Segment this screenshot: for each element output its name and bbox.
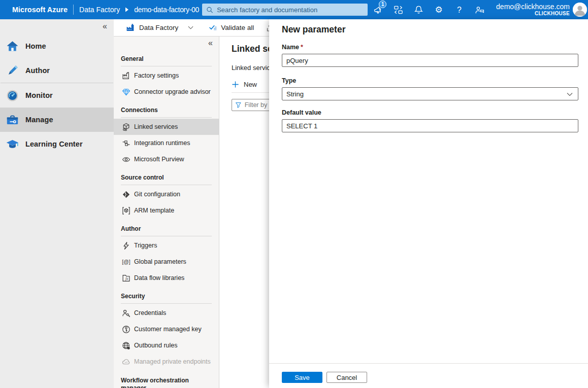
globe-icon xyxy=(122,341,130,350)
directory-switch-icon[interactable] xyxy=(388,0,408,19)
type-select[interactable]: String xyxy=(282,87,578,100)
section-security: Security xyxy=(121,290,212,302)
toolbox-icon xyxy=(6,113,19,127)
factory-switcher-label[interactable]: Data Factory xyxy=(139,24,178,31)
nav-item-manage[interactable]: Manage xyxy=(0,108,114,132)
linked-services-icon xyxy=(122,123,130,131)
new-parameter-panel: New parameter Name* Type String Default … xyxy=(269,19,588,388)
cancel-button[interactable]: Cancel xyxy=(326,372,367,383)
validate-checklist-icon xyxy=(209,23,217,32)
manage-hub-sidebar: « General Factory settings Connector upg… xyxy=(114,37,219,388)
azure-data-factory-app: Microsoft Azure Data Factory demo-data-f… xyxy=(0,0,588,388)
collapse-hub-icon[interactable]: « xyxy=(208,39,213,48)
breadcrumb-chevron-icon xyxy=(125,7,129,12)
svg-text:?: ? xyxy=(457,5,462,14)
factory-icon xyxy=(126,23,135,32)
hub-item-arm-template[interactable]: ARM template xyxy=(114,202,219,219)
hub-item-microsoft-purview[interactable]: Microsoft Purview xyxy=(114,151,219,167)
svg-text:[@]: [@] xyxy=(122,259,130,265)
global-parameters-icon: [@] xyxy=(122,258,130,266)
settings-gear-icon[interactable]: ⚙ xyxy=(429,0,449,19)
panel-footer: Save Cancel xyxy=(269,363,588,388)
nav-item-monitor[interactable]: Monitor xyxy=(0,83,114,108)
section-general: General xyxy=(121,53,212,65)
hub-item-connector-upgrade-advisor[interactable]: Connector upgrade advisor xyxy=(114,84,219,100)
hub-item-linked-services[interactable]: Linked services xyxy=(114,119,219,135)
plus-icon xyxy=(232,81,239,88)
lightning-icon xyxy=(122,241,130,250)
managed-key-icon xyxy=(122,325,130,334)
type-label: Type xyxy=(282,77,578,85)
svg-text:⚙: ⚙ xyxy=(435,5,443,15)
hub-item-credentials[interactable]: Credentials xyxy=(114,305,219,321)
section-author: Author xyxy=(121,223,212,235)
section-connections: Connections xyxy=(121,104,212,116)
help-icon[interactable]: ? xyxy=(449,0,469,19)
cloud-icon xyxy=(122,358,130,366)
notifications-bell-icon[interactable] xyxy=(408,0,429,19)
gauge-icon xyxy=(6,89,19,102)
eye-icon xyxy=(122,155,130,164)
divider xyxy=(121,185,212,185)
divider xyxy=(121,66,212,66)
section-workflow-orchestration-manager: Workflow orchestration manager xyxy=(121,374,197,388)
default-value-label: Default value xyxy=(282,109,578,117)
nav-item-learning-center[interactable]: Learning Center xyxy=(0,132,114,156)
chevron-down-icon xyxy=(567,92,573,96)
git-icon xyxy=(122,190,130,199)
announcements-badge: 1 xyxy=(379,1,386,8)
hub-item-customer-managed-key[interactable]: Customer managed key xyxy=(114,321,219,337)
hub-item-global-parameters[interactable]: [@] Global parameters xyxy=(114,254,219,270)
avatar[interactable] xyxy=(573,3,587,17)
section-source-control: Source control xyxy=(121,171,212,184)
panel-title: New parameter xyxy=(282,24,578,37)
save-button[interactable]: Save xyxy=(282,372,322,383)
divider xyxy=(121,117,212,118)
diamond-icon xyxy=(122,88,130,96)
nav-item-home[interactable]: Home xyxy=(0,34,114,58)
credentials-icon xyxy=(122,309,130,318)
divider xyxy=(121,303,212,304)
name-field[interactable] xyxy=(282,54,578,67)
breadcrumb-app[interactable]: Data Factory xyxy=(79,6,120,14)
data-flow-libraries-icon: fx xyxy=(122,274,130,283)
top-bar: Microsoft Azure Data Factory demo-data-f… xyxy=(0,0,588,19)
global-search[interactable] xyxy=(202,4,368,16)
divider xyxy=(121,236,212,236)
search-icon xyxy=(206,6,213,14)
arm-template-icon xyxy=(122,206,130,215)
divider xyxy=(73,5,74,15)
pencil-icon xyxy=(6,64,19,78)
hub-item-git-configuration[interactable]: Git configuration xyxy=(114,186,219,202)
name-label: Name* xyxy=(282,44,578,52)
collapse-leftnav-icon[interactable]: « xyxy=(103,22,107,31)
hub-item-factory-settings[interactable]: Factory settings xyxy=(114,67,219,84)
feedback-icon[interactable] xyxy=(469,0,489,19)
hub-item-integration-runtimes[interactable]: Integration runtimes xyxy=(114,135,219,151)
breadcrumb-factory[interactable]: demo-data-factory-00 xyxy=(134,6,202,14)
announcements-icon[interactable]: 1 xyxy=(368,0,388,19)
hub-item-data-flow-libraries[interactable]: fx Data flow libraries xyxy=(114,270,219,286)
account-email: demo@clickhouse.com xyxy=(496,3,570,11)
nav-item-author[interactable]: Author xyxy=(0,58,114,83)
account-info[interactable]: demo@clickhouse.com CLICKHOUSE xyxy=(496,3,570,17)
integration-runtime-icon xyxy=(122,139,130,148)
funnel-icon xyxy=(235,101,242,109)
factory-settings-icon xyxy=(122,72,130,80)
chevron-down-icon[interactable] xyxy=(188,26,193,29)
hub-item-triggers[interactable]: Triggers xyxy=(114,237,219,254)
left-nav: « Home Author Monitor xyxy=(0,19,114,388)
home-icon xyxy=(6,40,19,53)
search-input[interactable] xyxy=(217,6,364,14)
default-value-field[interactable] xyxy=(282,119,578,132)
topbar-icons: 1 ⚙ ? xyxy=(368,0,489,19)
hub-item-managed-private-endpoints[interactable]: Managed private endpoints xyxy=(114,354,219,370)
graduation-cap-icon xyxy=(6,137,19,151)
svg-text:fx: fx xyxy=(125,276,128,281)
required-asterisk: * xyxy=(301,44,303,51)
account-tenant: CLICKHOUSE xyxy=(496,11,570,17)
hub-item-outbound-rules[interactable]: Outbound rules xyxy=(114,337,219,354)
validate-all-button[interactable]: Validate all xyxy=(209,23,254,32)
microsoft-azure-logo[interactable]: Microsoft Azure xyxy=(12,6,68,14)
